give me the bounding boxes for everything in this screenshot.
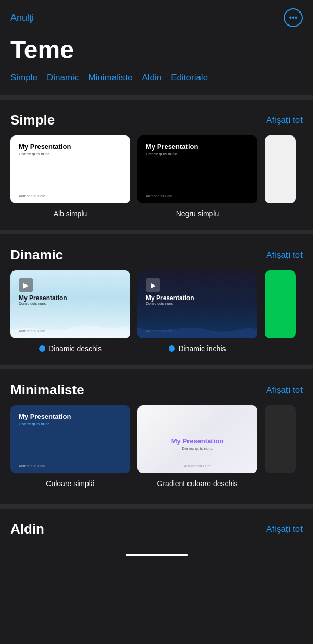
simple-cards-row: My Presentation Donec quis nunc Author a… (10, 135, 303, 222)
black-pres-author: Author and Date (146, 194, 249, 198)
cancel-button[interactable]: Anulţi (10, 13, 34, 23)
dynamic-light-content: ▶ My Presentation Donec quis nunc (19, 278, 122, 305)
more-options-button[interactable]: ••• (284, 8, 303, 27)
show-all-dinamic-button[interactable]: Afişați tot (266, 250, 303, 261)
minimal-blue-content: My Presentation Donec quis nunc (19, 413, 122, 426)
card-label-negru-simplu: Negru simplu (176, 209, 219, 218)
dot-label-dinamic-deschis: Dinamic deschis (39, 344, 102, 353)
minimaliste-cards-row: My Presentation Donec quis nunc Author a… (10, 405, 303, 492)
dot-dinamic-deschis (39, 345, 45, 352)
card-preview-minimal-gradient: My Presentation Donec quis nunc Author a… (137, 405, 257, 473)
tab-dinamic[interactable]: Dinamic (47, 72, 79, 83)
section-minimaliste: Minimaliste Afişați tot My Presentation … (0, 374, 313, 500)
tab-simple[interactable]: Simple (10, 72, 37, 83)
show-all-minimaliste-button[interactable]: Afişați tot (266, 385, 303, 395)
minimal-blue-pres-sub: Donec quis nunc (19, 422, 122, 426)
white-preview-content: My Presentation Donec quis nunc (19, 143, 122, 156)
page-title: Teme (0, 31, 313, 72)
section-dinamic-title: Dinamic (10, 247, 63, 263)
section-simple: Simple Afişați tot My Presentation Donec… (0, 104, 313, 226)
section-divider-4 (0, 504, 313, 509)
bottom-bar (0, 549, 313, 560)
show-all-aldin-button[interactable]: Afişați tot (266, 524, 303, 535)
dinamic-cards-row: ▶ My Presentation Donec quis nunc Author… (10, 270, 303, 357)
section-simple-title: Simple (10, 112, 55, 128)
dynamic-dark-content: ▶ My Presentation Donec quis nunc (146, 278, 249, 305)
tab-aldin[interactable]: Aldin (142, 72, 161, 83)
section-simple-header: Simple Afişați tot (10, 112, 303, 128)
section-dinamic: Dinamic Afişați tot ▶ My Presentation Do… (0, 239, 313, 361)
theme-card-negru-simplu[interactable]: My Presentation Donec quis nunc Author a… (137, 135, 257, 218)
tab-minimaliste[interactable]: Minimaliste (88, 72, 132, 83)
section-divider-3 (0, 365, 313, 369)
category-tabs: Simple Dinamic Minimaliste Aldin Editori… (0, 72, 313, 91)
section-aldin-header: Aldin Afişați tot (10, 521, 303, 537)
minimal-gradient-pres-sub: Donec quis nunc (182, 446, 213, 451)
app-header: Anulţi ••• (0, 0, 313, 31)
dot-dinamic-inchis (169, 345, 175, 352)
card-label-gradient-culoare: Gradient culoare deschis (157, 479, 238, 488)
show-all-simple-button[interactable]: Afişați tot (266, 115, 303, 126)
section-dinamic-header: Dinamic Afişați tot (10, 247, 303, 263)
black-pres-sub: Donec quis nunc (146, 152, 249, 156)
minimal-gradient-content: My Presentation Donec quis nunc (146, 413, 249, 464)
dynamic-dark-pres-title: My Presentation (146, 294, 249, 302)
dot-label-dinamic-inchis: Dinamic închis (169, 344, 226, 353)
wave-light-svg (10, 320, 130, 338)
more-icon: ••• (289, 13, 298, 22)
dynamic-light-pres-sub: Donec quis nunc (19, 302, 122, 305)
white-pres-title: My Presentation (19, 143, 122, 151)
minimal-blue-pres-title: My Presentation (19, 413, 122, 420)
minimal-gradient-pres-title: My Presentation (171, 437, 223, 445)
section-minimaliste-title: Minimaliste (10, 382, 84, 398)
section-divider-2 (0, 230, 313, 234)
card-preview-partial-dinamic (265, 270, 296, 338)
theme-card-alb-simplu[interactable]: My Presentation Donec quis nunc Author a… (10, 135, 130, 218)
card-preview-white: My Presentation Donec quis nunc Author a… (10, 135, 130, 203)
label-dinamic-deschis: Dinamic deschis (48, 344, 102, 353)
card-label-alb-simplu: Alb simplu (54, 209, 87, 218)
card-preview-black: My Presentation Donec quis nunc Author a… (137, 135, 257, 203)
tab-editoriale[interactable]: Editoriale (171, 72, 208, 83)
section-aldin: Aldin Afişați tot (0, 513, 313, 549)
card-preview-partial-minimaliste (265, 405, 296, 473)
wave-dark-svg (137, 320, 257, 338)
card-preview-partial-simple (265, 135, 296, 203)
theme-card-culoare-simpla[interactable]: My Presentation Donec quis nunc Author a… (10, 405, 130, 488)
theme-card-partial-minimaliste[interactable] (265, 405, 296, 488)
black-preview-content: My Presentation Donec quis nunc (146, 143, 249, 156)
section-minimaliste-header: Minimaliste Afişați tot (10, 382, 303, 398)
minimal-gradient-pres-author: Author and Date (146, 464, 249, 468)
section-aldin-title: Aldin (10, 521, 44, 537)
dynamic-dark-pres-sub: Donec quis nunc (146, 302, 249, 305)
white-pres-sub: Donec quis nunc (19, 152, 122, 156)
theme-card-gradient-culoare[interactable]: My Presentation Donec quis nunc Author a… (137, 405, 257, 488)
card-preview-minimal-blue: My Presentation Donec quis nunc Author a… (10, 405, 130, 473)
card-preview-dynamic-dark: ▶ My Presentation Donec quis nunc Author… (137, 270, 257, 338)
black-pres-title: My Presentation (146, 143, 249, 151)
white-pres-author: Author and Date (19, 194, 122, 198)
card-preview-dynamic-light: ▶ My Presentation Donec quis nunc Author… (10, 270, 130, 338)
play-icon-light: ▶ (19, 278, 33, 292)
theme-card-partial-dinamic[interactable] (265, 270, 296, 353)
theme-card-dinamic-inchis[interactable]: ▶ My Presentation Donec quis nunc Author… (137, 270, 257, 353)
home-indicator (126, 554, 188, 556)
dynamic-light-pres-title: My Presentation (19, 294, 122, 302)
theme-card-partial-simple[interactable] (265, 135, 296, 218)
card-label-culoare-simpla: Culoare simplă (46, 479, 94, 488)
label-dinamic-inchis: Dinamic închis (178, 344, 226, 353)
play-icon-dark: ▶ (146, 278, 160, 292)
minimal-blue-pres-author: Author and Date (19, 464, 122, 468)
theme-card-dinamic-deschis[interactable]: ▶ My Presentation Donec quis nunc Author… (10, 270, 130, 353)
section-divider-1 (0, 95, 313, 100)
